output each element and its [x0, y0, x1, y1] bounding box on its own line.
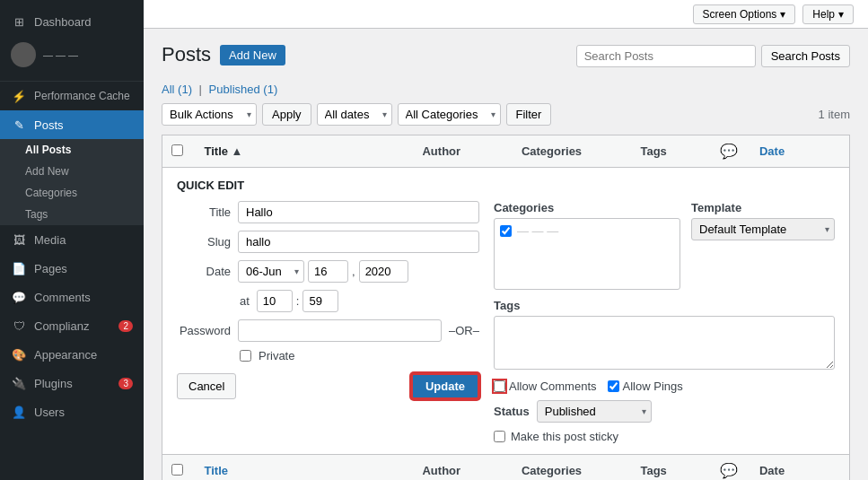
all-categories-select[interactable]: All Categories: [398, 103, 501, 126]
categories-label: Categories: [494, 201, 680, 214]
sidebar-item-performance-cache[interactable]: ⚡ Performance Cache: [0, 82, 144, 110]
quick-edit-row: QUICK EDIT Title Slug: [162, 168, 850, 455]
complianz-badge: 2: [118, 320, 133, 332]
at-label: at: [240, 294, 250, 308]
apply-button-top[interactable]: Apply: [262, 103, 311, 126]
filter-published-link[interactable]: Published (1): [209, 83, 278, 96]
title-sort-link[interactable]: Title: [204, 144, 228, 158]
comments-column-header: 💬: [711, 135, 750, 168]
cancel-button[interactable]: Cancel: [177, 373, 236, 399]
minute-input[interactable]: [302, 290, 338, 312]
table-header-row: Title ▲ Author Categories Tags 💬 Date: [162, 135, 850, 168]
categories-list[interactable]: — — —: [494, 218, 680, 290]
slug-row: Slug: [177, 231, 479, 253]
allow-comments-item: Allow Comments: [494, 380, 597, 393]
bottom-comments-header: 💬: [711, 455, 750, 481]
sidebar-item-comments[interactable]: 💬 Comments: [0, 283, 144, 311]
posts-submenu: All Posts Add New Categories Tags: [0, 139, 144, 225]
year-input[interactable]: [359, 260, 408, 283]
sidebar-item-tags[interactable]: Tags: [0, 204, 144, 225]
category-checkbox[interactable]: [500, 225, 512, 237]
time-colon: :: [296, 294, 300, 308]
sidebar-item-pages[interactable]: 📄 Pages: [0, 254, 144, 283]
search-row: Search Posts: [576, 45, 850, 67]
month-select[interactable]: 06-Jun: [238, 260, 304, 283]
sidebar-item-plugins[interactable]: 🔌 Plugins 3: [0, 369, 144, 397]
sidebar-item-categories[interactable]: Categories: [0, 182, 144, 204]
template-select-wrap: Default Template ▾: [691, 218, 835, 240]
slug-input[interactable]: [238, 231, 479, 253]
pages-icon: 📄: [11, 260, 27, 276]
title-input[interactable]: [238, 201, 479, 223]
hour-input[interactable]: [257, 290, 293, 312]
search-posts-button[interactable]: Search Posts: [761, 45, 850, 67]
add-new-button[interactable]: Add New: [220, 45, 285, 65]
select-all-header: [162, 135, 196, 168]
password-row: Password –OR–: [177, 319, 479, 342]
tags-textarea[interactable]: [494, 316, 835, 370]
sidebar-item-dashboard[interactable]: ⊞ Dashboard: [0, 7, 144, 36]
quick-edit-actions: Cancel Update: [177, 373, 479, 399]
sidebar-user: — — —: [0, 36, 144, 74]
sidebar-item-add-new[interactable]: Add New: [0, 161, 144, 182]
quick-edit-right: Categories — — —: [494, 201, 835, 443]
bottom-date-header: Date: [750, 455, 850, 481]
status-label: Status: [494, 405, 530, 418]
filter-button[interactable]: Filter: [506, 103, 552, 126]
screen-options-button[interactable]: Screen Options ▾: [693, 4, 796, 24]
bottom-title-link[interactable]: Title: [204, 464, 228, 477]
sidebar-item-media[interactable]: 🖼 Media: [0, 225, 144, 254]
help-button[interactable]: Help ▾: [802, 4, 854, 24]
sidebar-item-users[interactable]: 👤 Users: [0, 397, 144, 426]
quick-edit-label: QUICK EDIT: [177, 179, 835, 192]
template-box: Template Default Template ▾: [691, 201, 835, 290]
plugins-badge: 3: [118, 378, 133, 389]
allow-comments-checkbox[interactable]: [494, 380, 505, 392]
sidebar-item-posts[interactable]: ✎ Posts: [0, 110, 144, 139]
select-all-checkbox[interactable]: [171, 144, 183, 156]
category-name: — — —: [517, 224, 558, 238]
media-icon: 🖼: [11, 231, 27, 248]
bottom-categories-header: Categories: [513, 455, 632, 481]
quick-edit-box: QUICK EDIT Title Slug: [162, 168, 849, 454]
filter-links: All (1) | Published (1): [162, 83, 850, 96]
sidebar-item-all-posts[interactable]: All Posts: [0, 139, 144, 161]
category-item: — — —: [500, 224, 674, 238]
author-column-header: Author: [413, 135, 512, 168]
private-checkbox[interactable]: [240, 350, 251, 362]
bottom-select-all-checkbox[interactable]: [171, 464, 183, 476]
allow-comments-label: Allow Comments: [509, 380, 597, 393]
day-input[interactable]: [308, 260, 348, 283]
bottom-title-header: Title: [195, 455, 413, 481]
private-row: Private: [240, 349, 479, 362]
categories-column-header: Categories: [513, 135, 632, 168]
items-count-top: 1 item: [819, 108, 850, 121]
date-inputs: 06-Jun ▾ ,: [238, 260, 408, 283]
update-button[interactable]: Update: [411, 373, 479, 399]
status-select-wrap: Published Draft Pending Review ▾: [537, 400, 652, 423]
sidebar-item-appearance[interactable]: 🎨 Appearance: [0, 340, 144, 369]
filter-all-link[interactable]: All (1): [162, 83, 192, 96]
template-select[interactable]: Default Template: [691, 218, 835, 240]
all-dates-select[interactable]: All dates: [317, 103, 392, 126]
bulk-actions-select-top[interactable]: Bulk Actions: [162, 103, 257, 126]
topbar: Screen Options ▾ Help ▾: [144, 0, 868, 29]
sidebar-item-complianz[interactable]: 🛡 Complianz 2: [0, 311, 144, 340]
status-select[interactable]: Published Draft Pending Review: [537, 400, 652, 423]
bottom-table-header-row: Title Author Categories Tags 💬 Date: [162, 455, 850, 481]
comments-icon: 💬: [11, 289, 27, 305]
allow-pings-item: Allow Pings: [608, 380, 683, 393]
search-input[interactable]: [576, 45, 756, 67]
date-sort-link[interactable]: Date: [759, 144, 785, 158]
sidebar: ⊞ Dashboard — — — ⚡ Performance Cache ✎ …: [0, 0, 144, 480]
month-select-wrap: 06-Jun ▾: [238, 260, 304, 283]
tags-column-header: Tags: [631, 135, 710, 168]
options-row: Allow Comments Allow Pings: [494, 380, 835, 393]
title-row: Title: [177, 201, 479, 223]
sticky-checkbox[interactable]: [494, 431, 505, 442]
password-input[interactable]: [238, 319, 442, 342]
posts-icon: ✎: [11, 117, 27, 133]
allow-pings-checkbox[interactable]: [608, 380, 619, 392]
date-column-header: Date: [750, 135, 850, 168]
quick-edit-grid: Title Slug Date: [177, 201, 835, 443]
